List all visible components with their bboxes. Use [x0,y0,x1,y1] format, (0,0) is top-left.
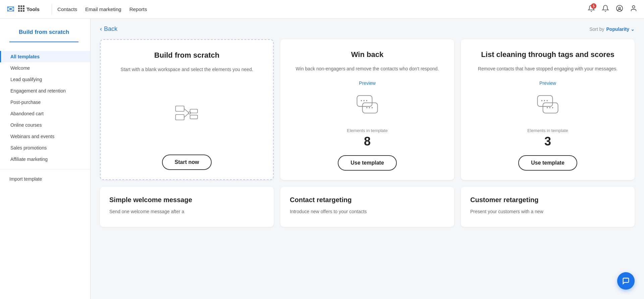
sidebar-item-engagement[interactable]: Engagement and retention [0,85,90,97]
top-navigation: ✉ Tools Contacts Email marketing Reports… [0,0,644,19]
workflow-icon [173,103,200,124]
svg-rect-1 [20,5,22,7]
nav-reports[interactable]: Reports [129,6,147,12]
svg-text:• • •: • • • [366,106,373,110]
sidebar-item-abandoned-cart[interactable]: Abandoned cart [0,108,90,119]
svg-text:• • •: • • • [361,99,367,103]
card-welcome-desc: Send one welcome message after a [109,208,264,215]
sidebar-item-lead-qualifying[interactable]: Lead qualifying [0,74,90,85]
card-scratch-icon-area [173,81,200,146]
card-contact-retargeting: Contact retargeting Introduce new offers… [280,187,454,227]
nav-divider [52,4,52,14]
chat-bubbles-icon: • • • • • • [355,94,379,117]
use-template-winback-button[interactable]: Use template [338,155,397,171]
sort-value-button[interactable]: Popularity ⌄ [606,26,635,32]
card-build-scratch: Build from scratch Start with a blank wo… [100,39,274,180]
start-now-button[interactable]: Start now [162,155,212,170]
logo-icon[interactable]: ✉ [7,4,14,15]
card-customer-desc: Present your customers with a new [470,208,625,215]
card-contact-desc: Introduce new offers to your contacts [290,208,445,215]
svg-rect-6 [18,10,20,12]
svg-rect-16 [190,109,198,113]
account-circle-icon[interactable] [616,5,623,14]
card-welcome-title: Simple welcome message [109,196,264,204]
nav-right-actions: 5 [588,5,637,14]
svg-rect-17 [190,115,198,119]
grid-icon[interactable] [18,5,24,13]
svg-rect-8 [23,10,24,12]
sidebar: Build from scratch All templates Welcome… [0,19,91,299]
card-listcleaning-preview[interactable]: Preview [539,80,556,86]
sidebar-item-all-templates[interactable]: All templates [0,51,90,62]
cards-grid: Build from scratch Start with a blank wo… [100,39,635,180]
svg-rect-7 [20,10,22,12]
card-winback-elements-count: 8 [364,134,371,148]
card-listcleaning-desc: Remove contacts that have stopped engagi… [478,65,618,72]
chat-bubbles-icon-2: • • • • • • [536,94,560,117]
card-contact-title: Contact retargeting [290,196,445,204]
sort-bar: Sort by Popularity ⌄ [589,26,635,32]
nav-links: Contacts Email marketing Reports [57,6,147,12]
tools-label: Tools [26,6,40,12]
svg-point-10 [632,6,635,8]
user-icon[interactable] [630,5,637,14]
card-customer-title: Customer retargeting [470,196,625,204]
sidebar-item-post-purchase[interactable]: Post-purchase [0,97,90,108]
card-winback-desc: Win back non-engagers and remove the con… [296,65,439,72]
sort-chevron-down-icon: ⌄ [631,26,635,32]
sidebar-item-online-courses[interactable]: Online courses [0,119,90,131]
card-listcleaning-elements-label: Elements in template [527,128,568,133]
svg-line-15 [184,114,189,117]
notification-badge: 5 [591,3,596,9]
card-customer-retargeting: Customer retargeting Present your custom… [461,187,635,227]
svg-rect-3 [18,8,20,9]
card-listcleaning-title: List cleaning through tags and scores [481,50,614,60]
card-scratch-desc: Start with a blank workspace and select … [120,66,253,73]
svg-rect-12 [175,115,184,120]
card-listcleaning-elements-count: 3 [544,134,551,148]
svg-text:• • •: • • • [546,106,553,110]
bottom-cards-grid: Simple welcome message Send one welcome … [100,187,635,227]
card-winback-title: Win back [351,50,383,60]
back-label: Back [104,25,117,33]
card-winback-icon-area: • • • • • • [355,91,379,120]
sidebar-item-import[interactable]: Import template [0,173,90,185]
svg-rect-2 [23,5,24,7]
sidebar-item-welcome[interactable]: Welcome [0,62,90,74]
card-listcleaning-icon-area: • • • • • • [536,91,560,120]
top-bar: ‹ Back Sort by Popularity ⌄ [100,25,635,33]
svg-rect-11 [175,106,184,112]
card-winback-preview[interactable]: Preview [359,80,376,86]
sidebar-item-affiliate[interactable]: Affiliate marketing [0,154,90,165]
card-list-cleaning: List cleaning through tags and scores Re… [461,39,635,180]
svg-rect-0 [18,5,20,7]
sort-label: Sort by [589,26,604,32]
svg-text:• • •: • • • [541,99,548,103]
back-chevron-icon: ‹ [100,25,102,33]
nav-contacts[interactable]: Contacts [57,6,77,12]
svg-line-14 [184,109,189,113]
card-winback-elements-label: Elements in template [347,128,387,133]
main-layout: Build from scratch All templates Welcome… [0,19,644,299]
card-welcome-message: Simple welcome message Send one welcome … [100,187,274,227]
sidebar-scratch-label[interactable]: Build from scratch [9,25,78,42]
sidebar-item-sales-promotions[interactable]: Sales promotions [0,142,90,154]
chat-button[interactable] [617,272,635,290]
nav-email-marketing[interactable]: Email marketing [85,6,121,12]
bell-icon[interactable] [602,5,609,14]
svg-rect-4 [20,8,22,9]
sort-value-label: Popularity [606,26,629,32]
sidebar-item-webinars[interactable]: Webinars and events [0,131,90,142]
back-button[interactable]: ‹ Back [100,25,117,33]
use-template-listcleaning-button[interactable]: Use template [518,155,577,171]
card-win-back: Win back Win back non-engagers and remov… [280,39,454,180]
sidebar-divider [0,169,90,169]
notifications-icon[interactable]: 5 [588,5,595,14]
main-content: ‹ Back Sort by Popularity ⌄ Build from s… [91,19,644,299]
card-scratch-title: Build from scratch [154,51,219,60]
svg-rect-5 [23,8,24,9]
